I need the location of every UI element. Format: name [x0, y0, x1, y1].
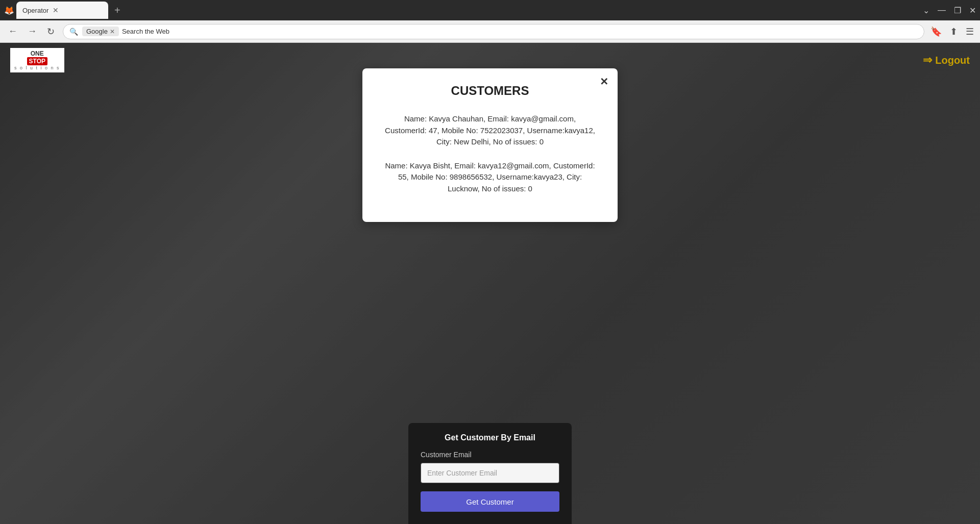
- back-button[interactable]: ←: [6, 24, 19, 39]
- menu-icon[interactable]: ☰: [966, 26, 974, 37]
- customers-modal: ✕ CUSTOMERS Name: Kavya Chauhan, Email: …: [362, 68, 618, 222]
- logo-box: ONE STOP s o l u t i o n s: [10, 48, 64, 72]
- browser-chrome: 🦊 Operator ✕ + ⌄ — ❐ ✕ ← → ↻ 🔍 Google ✕ …: [0, 0, 980, 43]
- email-label: Customer Email: [421, 451, 559, 459]
- bookmarks-icon[interactable]: 🔖: [930, 26, 942, 37]
- customer-email-input[interactable]: [421, 463, 559, 483]
- bottom-panel: Get Customer By Email Customer Email Get…: [408, 423, 572, 524]
- logo-one: ONE: [31, 50, 44, 57]
- modal-close-button[interactable]: ✕: [600, 76, 608, 88]
- logout-icon: ⇒: [923, 54, 932, 67]
- reload-button[interactable]: ↻: [45, 24, 57, 39]
- logo-stop: STOP: [27, 57, 47, 65]
- maximize-button[interactable]: ❐: [954, 6, 961, 15]
- minimize-button[interactable]: —: [938, 6, 946, 15]
- browser-navbar: ← → ↻ 🔍 Google ✕ Search the Web 🔖 ⬆ ☰: [0, 20, 980, 43]
- forward-button[interactable]: →: [26, 24, 39, 39]
- logo-stop-badge: STOP: [27, 57, 47, 65]
- customer-2-text: Name: Kavya Bisht, Email: kavya12@gmail.…: [385, 161, 595, 193]
- customer-entry-2: Name: Kavya Bisht, Email: kavya12@gmail.…: [383, 160, 597, 195]
- browser-window-controls: ⌄ — ❐ ✕: [923, 6, 976, 15]
- browser-tab[interactable]: Operator ✕: [16, 2, 108, 19]
- logout-label: Logout: [935, 55, 970, 66]
- address-bar[interactable]: 🔍 Google ✕ Search the Web: [63, 24, 924, 39]
- tab-close-button[interactable]: ✕: [53, 6, 59, 14]
- customer-1-text: Name: Kavya Chauhan, Email: kavya@gmail.…: [385, 114, 595, 146]
- get-customer-button[interactable]: Get Customer: [421, 491, 559, 512]
- browser-nav-icons: 🔖 ⬆ ☰: [930, 26, 974, 37]
- google-pill: Google ✕: [82, 27, 119, 36]
- new-tab-button[interactable]: +: [114, 5, 120, 16]
- get-customer-label: Get Customer: [466, 497, 513, 506]
- panel-title: Get Customer By Email: [421, 433, 559, 442]
- google-pill-close[interactable]: ✕: [110, 28, 115, 35]
- google-label: Google: [86, 28, 108, 35]
- extensions-icon[interactable]: ⬆: [950, 26, 958, 37]
- favicon-icon: 🦊: [4, 6, 14, 15]
- tab-title: Operator: [22, 7, 48, 14]
- logo-solutions: s o l u t i o n s: [14, 65, 60, 70]
- logout-button[interactable]: ⇒ Logout: [923, 54, 970, 67]
- address-bar-search-icon: 🔍: [69, 28, 78, 36]
- window-dropdown-button[interactable]: ⌄: [923, 6, 929, 15]
- modal-title: CUSTOMERS: [383, 84, 597, 98]
- address-bar-content: Google ✕ Search the Web: [82, 27, 169, 36]
- browser-titlebar: 🦊 Operator ✕ + ⌄ — ❐ ✕: [0, 0, 980, 20]
- search-text: Search the Web: [122, 28, 169, 35]
- browser-favicon: 🦊: [4, 5, 14, 15]
- customer-entry-1: Name: Kavya Chauhan, Email: kavya@gmail.…: [383, 113, 597, 148]
- page-wrapper: ONE STOP s o l u t i o n s ⇒ Logout ✕ CU…: [0, 43, 980, 524]
- close-button[interactable]: ✕: [969, 6, 976, 15]
